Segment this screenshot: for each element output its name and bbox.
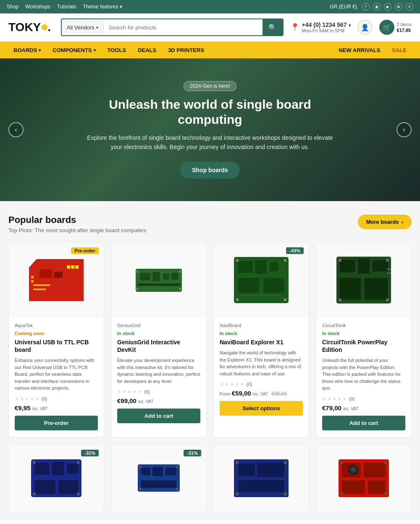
add-to-cart-button-1[interactable]: Pre-order: [15, 416, 98, 430]
nav-right: NEW ARRIVALS SALE: [333, 42, 412, 58]
product-name-3: NaviBoard Explorer X1: [220, 338, 303, 346]
svg-rect-38: [386, 259, 389, 262]
product-card-2: GeniusGrid In stock GeniusGrid Interacti…: [111, 242, 207, 438]
svg-rect-55: [152, 467, 163, 476]
svg-rect-56: [165, 468, 176, 475]
top-bar: Shop Workshops Tutorials Theme features …: [0, 0, 420, 13]
svg-rect-64: [238, 464, 255, 476]
user-account-button[interactable]: 👤: [357, 20, 373, 35]
svg-rect-58: [139, 466, 142, 468]
product-rating-3: ★★★★★ (0): [220, 381, 303, 387]
nav-theme-features[interactable]: Theme features ▾: [83, 4, 122, 10]
product-image-placeholder-4: [336, 253, 391, 307]
svg-rect-40: [386, 299, 389, 301]
svg-point-81: [352, 468, 355, 472]
cart-button[interactable]: 🛒 2 items €17,85: [379, 20, 412, 35]
svg-rect-57: [141, 480, 176, 488]
top-bar-right: GR (EUR €) f ◉ ▶ ✿ ✕: [330, 3, 413, 10]
social-icons: f ◉ ▶ ✿ ✕: [362, 3, 413, 10]
more-boards-button[interactable]: More boards ›: [358, 215, 412, 229]
nav-workshops[interactable]: Workshops: [25, 4, 50, 10]
hero-prev-button[interactable]: ‹: [8, 122, 24, 137]
search-button[interactable]: 🔍: [262, 19, 283, 35]
svg-rect-69: [236, 493, 239, 495]
svg-rect-61: [176, 488, 178, 490]
nav-shop[interactable]: Shop: [7, 4, 18, 10]
nav-tools[interactable]: TOOLS: [102, 42, 131, 58]
instagram-icon[interactable]: ◉: [373, 3, 381, 10]
nav-components[interactable]: COMPONENTS ▾: [47, 42, 100, 58]
svg-rect-82: [341, 461, 343, 464]
product-body-3: NaviBoard In stock NaviBoard Explorer X1…: [214, 318, 309, 397]
svg-rect-11: [140, 273, 150, 280]
nav-3d-printers[interactable]: 3D PRINTERS: [163, 42, 209, 58]
nav-sale[interactable]: SALE: [387, 42, 412, 58]
more-boards-arrow-icon: ›: [402, 219, 403, 225]
svg-rect-52: [77, 493, 80, 495]
svg-rect-84: [341, 493, 343, 495]
product-image-placeholder-2: [131, 253, 186, 307]
facebook-icon[interactable]: f: [362, 3, 370, 10]
section-title: Popular boards: [8, 215, 147, 225]
svg-rect-76: [364, 463, 386, 477]
hero-title: Unleash the world of single board comput…: [84, 97, 336, 127]
hero-section: ‹ 2024-Gen is here! Unleash the world of…: [0, 58, 420, 201]
product-status-2: In stock: [117, 331, 135, 336]
svg-rect-7: [75, 265, 79, 269]
vendor-chevron-icon: ▾: [96, 25, 98, 30]
product-badge-3: -43%: [286, 247, 304, 254]
product-status-4: In stock: [322, 331, 340, 336]
add-to-cart-button-4[interactable]: Add to cart: [322, 416, 405, 430]
svg-rect-4: [33, 288, 46, 290]
phone-hours: Mon-Fri 9AM to 5PM: [302, 28, 351, 33]
svg-rect-47: [34, 480, 55, 494]
product-card-3: -43%: [213, 242, 309, 438]
svg-rect-22: [255, 260, 267, 274]
nav-tutorials[interactable]: Tutorials: [57, 4, 76, 10]
product-image-4: [316, 242, 411, 318]
svg-rect-49: [33, 461, 36, 464]
svg-rect-32: [339, 260, 355, 272]
product-body-4: CircuitTonik In stock CircuitTonik Power…: [316, 318, 411, 411]
svg-rect-37: [339, 259, 341, 262]
search-input[interactable]: [104, 19, 262, 35]
product-grid-row1: Pre-order: [8, 242, 412, 438]
product-badge-5: -31%: [81, 450, 99, 456]
phone-dropdown-icon[interactable]: ▾: [349, 23, 351, 28]
components-chevron-icon: ▾: [94, 48, 96, 52]
product-card-8: [316, 444, 412, 512]
rating-count-4: (0): [349, 396, 354, 401]
hero-cta-button[interactable]: Shop boards: [180, 162, 240, 178]
svg-rect-15: [138, 283, 180, 286]
vendor-dropdown[interactable]: All Vendors ▾: [62, 19, 104, 35]
youtube-icon[interactable]: ▶: [384, 3, 391, 10]
svg-rect-29: [284, 299, 286, 301]
nav-new-arrivals[interactable]: NEW ARRIVALS: [333, 42, 385, 58]
product-name-2: GeniusGrid Interactive DevKit: [117, 338, 200, 354]
svg-rect-34: [372, 261, 388, 272]
svg-rect-30: [242, 295, 280, 296]
svg-rect-16: [136, 271, 138, 272]
svg-rect-18: [179, 271, 181, 272]
section-header: Popular boards Top Picks: The most sough…: [8, 215, 412, 233]
pinterest-icon[interactable]: ✿: [395, 3, 402, 10]
hero-next-button[interactable]: ›: [396, 122, 412, 137]
svg-rect-36: [365, 278, 388, 299]
header-right: 📍 +44 (0) 1234 567 ▾ Mon-Fri 9AM to 5PM …: [290, 20, 412, 35]
product-card-7: [213, 444, 309, 512]
logo[interactable]: TOKY.: [8, 21, 51, 34]
add-to-cart-button-2[interactable]: Add to cart: [117, 409, 200, 423]
locale-selector[interactable]: GR (EUR €): [330, 4, 357, 10]
svg-rect-27: [284, 259, 286, 262]
rating-count-1: (0): [42, 396, 47, 401]
svg-rect-73: [234, 476, 236, 477]
nav-deals[interactable]: DEALS: [133, 42, 161, 58]
product-price-4: €79,00 inc. VAT: [322, 404, 405, 411]
add-to-cart-button-3[interactable]: Select options: [220, 401, 303, 416]
twitter-icon[interactable]: ✕: [406, 3, 413, 10]
svg-rect-6: [71, 265, 74, 269]
nav-boards[interactable]: BOARDS ▾: [8, 42, 46, 58]
product-body-1: AquaTek Coming soon Universal USB to TTL…: [9, 318, 104, 411]
svg-rect-2: [54, 272, 63, 278]
product-status-1: Coming soon: [15, 331, 44, 336]
